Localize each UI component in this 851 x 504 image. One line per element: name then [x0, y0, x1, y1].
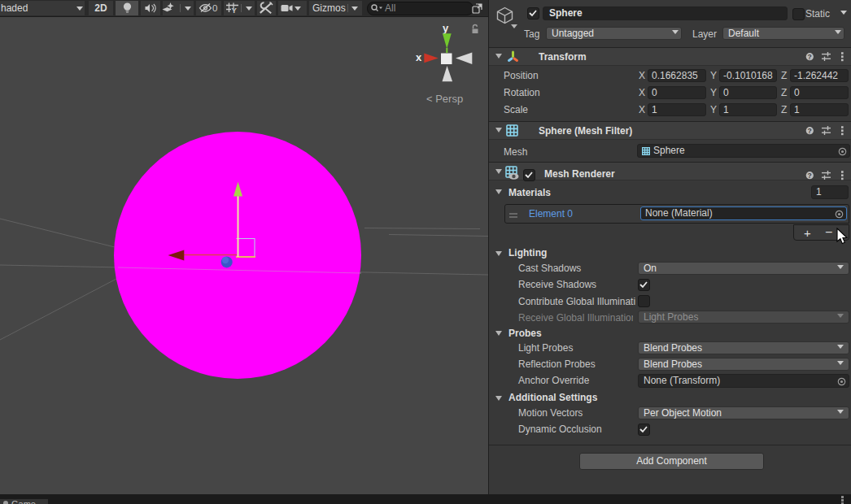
svg-text:0: 0 — [212, 3, 217, 13]
svg-text:?: ? — [808, 127, 812, 135]
svg-text:?: ? — [808, 53, 812, 61]
svg-text:x: x — [416, 51, 422, 63]
svg-text:< Persp: < Persp — [426, 93, 463, 105]
svg-text:?: ? — [808, 172, 812, 180]
svg-text:y: y — [443, 22, 449, 34]
svg-text:Y: Y — [232, 6, 238, 15]
